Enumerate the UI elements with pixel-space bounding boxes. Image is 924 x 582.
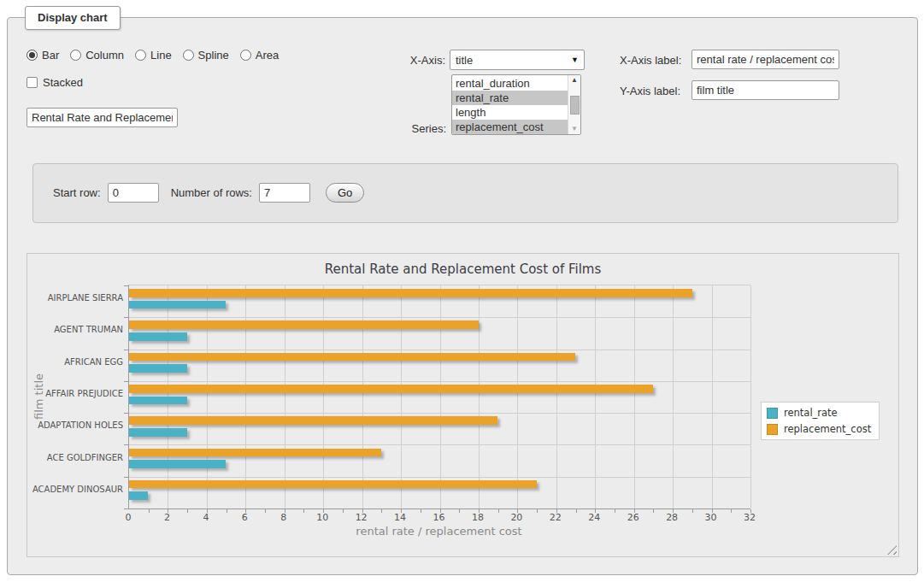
radio-label: Line: [150, 49, 172, 62]
bar-replacement_cost: [129, 480, 537, 489]
series-option-rental_duration[interactable]: rental_duration: [452, 76, 568, 91]
category-band: [129, 477, 750, 509]
x-tick-mark: [731, 509, 732, 513]
chevron-down-icon: ▼: [571, 56, 579, 64]
y-axis-label-input[interactable]: [692, 80, 839, 100]
category-label: AFRICAN EGG: [27, 346, 123, 378]
legend-swatch: [767, 408, 778, 419]
series-option-length[interactable]: length: [452, 105, 568, 120]
x-tick-label: 22: [550, 512, 562, 523]
radio-line[interactable]: Line: [135, 49, 172, 62]
scroll-up-icon[interactable]: ▲: [571, 76, 578, 85]
bar-rental_rate: [129, 397, 187, 405]
chart-legend: rental_ratereplacement_cost: [761, 402, 880, 440]
start-row-input[interactable]: [108, 183, 159, 203]
x-tick-label: 32: [744, 512, 756, 523]
radio-icon: [135, 50, 146, 61]
category-label: ADAPTATION HOLES: [27, 409, 123, 441]
scroll-down-icon[interactable]: ▼: [571, 125, 578, 133]
category-label: AIRPLANE SIERRA: [27, 282, 123, 314]
start-row-label: Start row:: [53, 186, 101, 199]
chart-container: Rental Rate and Replacement Cost of Film…: [26, 253, 899, 557]
chart-title-input[interactable]: [26, 108, 178, 127]
stacked-label: Stacked: [43, 76, 83, 89]
x-tick-label: 24: [588, 512, 600, 523]
x-tick-label: 0: [126, 512, 132, 523]
radio-icon: [70, 50, 81, 61]
series-listbox[interactable]: rental_durationrental_ratelengthreplacem…: [451, 74, 581, 135]
radio-icon: [26, 50, 38, 61]
category-band: [129, 381, 750, 413]
x-tick-mark: [265, 509, 266, 513]
bar-rental_rate: [129, 301, 226, 309]
y-tick-mark: [124, 350, 128, 350]
chart-plot-area: [128, 285, 750, 509]
x-tick-mark: [421, 509, 421, 513]
x-tick-mark: [187, 509, 188, 513]
bar-rental_rate: [129, 332, 187, 341]
x-tick-label: 16: [433, 512, 445, 523]
x-tick-label: 8: [280, 512, 286, 523]
x-tick-mark: [615, 509, 615, 513]
bar-rental_rate: [129, 428, 187, 437]
gridline: [750, 285, 751, 509]
category-band: [129, 444, 750, 476]
legend-label: rental_rate: [784, 407, 838, 419]
y-tick-mark: [124, 477, 128, 478]
legend-item: replacement_cost: [767, 423, 871, 435]
bar-replacement_cost: [129, 353, 575, 362]
stacked-checkbox-row[interactable]: Stacked: [26, 76, 83, 89]
chart-title: Rental Rate and Replacement Cost of Film…: [27, 262, 898, 277]
resize-handle-icon[interactable]: [887, 545, 897, 555]
radio-spline[interactable]: Spline: [183, 49, 229, 62]
x-axis-label-input[interactable]: [692, 50, 839, 69]
x-axis-select-label: X-Axis:: [384, 54, 445, 67]
bar-replacement_cost: [129, 416, 497, 425]
x-tick-mark: [576, 509, 577, 513]
legend-item: rental_rate: [767, 407, 871, 419]
category-label: AGENT TRUMAN: [27, 314, 123, 345]
x-tick-label: 12: [356, 512, 368, 523]
category-label: ACADEMY DINOSAUR: [27, 473, 123, 505]
radio-bar[interactable]: Bar: [26, 49, 59, 62]
series-option-replacement_cost[interactable]: replacement_cost: [452, 120, 568, 134]
go-button[interactable]: Go: [326, 183, 364, 203]
category-label: ACE GOLDFINGER: [27, 441, 123, 473]
x-axis-selected-value: title: [456, 54, 473, 67]
bar-replacement_cost: [129, 385, 653, 393]
x-tick-label: 10: [316, 512, 328, 523]
x-tick-label: 26: [627, 512, 639, 523]
y-tick-mark: [124, 317, 128, 318]
radio-icon: [183, 50, 194, 61]
y-tick-mark: [124, 509, 128, 509]
num-rows-input[interactable]: [259, 183, 310, 203]
radio-label: Column: [85, 49, 124, 62]
radio-column[interactable]: Column: [70, 49, 124, 62]
y-tick-mark: [124, 413, 128, 414]
category-band: [129, 285, 750, 317]
x-axis-title: rental rate / replacement cost: [128, 525, 750, 538]
chart-type-radio-group: BarColumnLineSplineArea: [26, 49, 279, 62]
legend-swatch: [767, 424, 778, 435]
row-range-panel: Start row: Number of rows: Go: [32, 163, 898, 223]
x-tick-mark: [537, 509, 538, 513]
display-chart-panel: Display chart BarColumnLineSplineArea St…: [7, 17, 918, 575]
radio-area[interactable]: Area: [240, 49, 279, 62]
x-tick-mark: [227, 509, 227, 513]
bar-rental_rate: [129, 460, 226, 468]
category-band: [129, 350, 750, 381]
category-label: AFFAIR PREJUDICE: [27, 378, 123, 409]
x-tick-label: 4: [203, 512, 209, 523]
bar-replacement_cost: [129, 320, 479, 329]
x-tick-mark: [149, 509, 150, 513]
radio-label: Spline: [198, 49, 229, 62]
x-axis-select[interactable]: title ▼: [450, 50, 585, 70]
series-listbox-label: Series:: [384, 122, 446, 135]
listbox-scrollbar[interactable]: ▲ ▼: [568, 75, 580, 134]
stacked-checkbox[interactable]: [26, 77, 38, 88]
category-band: [129, 317, 750, 349]
panel-title: Display chart: [25, 6, 121, 30]
series-option-rental_rate[interactable]: rental_rate: [452, 91, 568, 105]
radio-icon: [240, 50, 251, 61]
scrollbar-thumb[interactable]: [570, 96, 580, 115]
